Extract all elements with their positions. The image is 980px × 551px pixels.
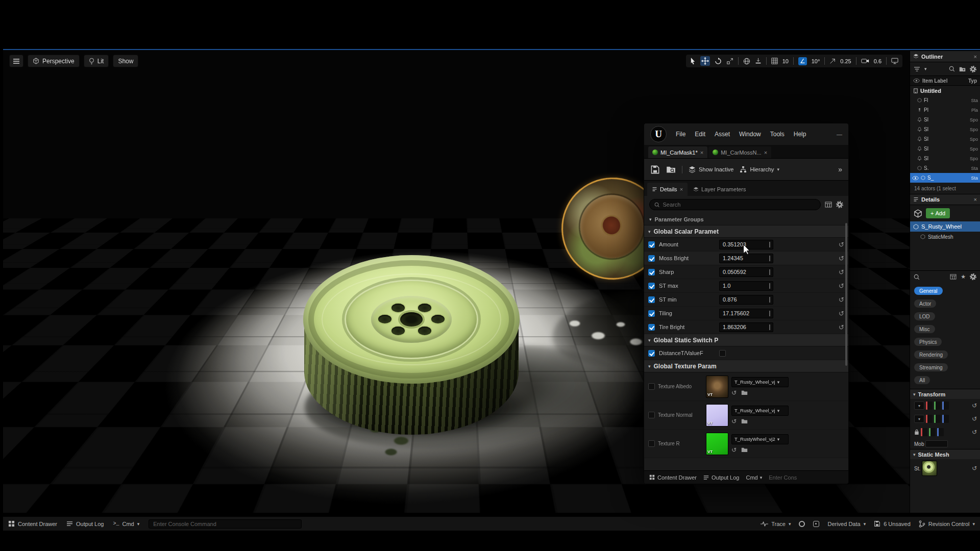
texture-thumbnail-normal[interactable]: VT: [706, 404, 728, 427]
outliner-row[interactable]: S. Sta: [910, 163, 980, 173]
scale-tool-button[interactable]: [726, 58, 733, 65]
filter-chip-all[interactable]: All: [914, 376, 930, 384]
scale-z-field[interactable]: [937, 428, 944, 436]
menu-asset[interactable]: Asset: [715, 131, 730, 138]
trace-button[interactable]: Trace ▾: [761, 521, 791, 527]
asset-tab-inactive[interactable]: MI_CarMossN... ×: [708, 146, 771, 158]
hierarchy-button[interactable]: Hierarchy ▾: [740, 166, 779, 173]
browse-asset-icon[interactable]: [741, 418, 748, 424]
scale-x-field[interactable]: [921, 428, 927, 436]
param-value-field[interactable]: 0.876: [719, 295, 773, 305]
texture-thumbnail-albedo[interactable]: VT: [706, 375, 728, 398]
output-log-button[interactable]: Output Log: [703, 474, 739, 481]
close-icon[interactable]: ×: [764, 149, 767, 156]
lit-mode-button[interactable]: Lit: [84, 55, 109, 67]
use-selected-asset-icon[interactable]: ↺: [731, 418, 737, 425]
rotation-dropdown[interactable]: ▾: [914, 415, 924, 423]
filter-chip-general[interactable]: General: [914, 287, 943, 295]
scale-snap-value[interactable]: 0.25: [840, 58, 851, 64]
close-icon[interactable]: ×: [974, 196, 977, 203]
viewport-options-button[interactable]: [9, 55, 23, 67]
maximize-viewport-button[interactable]: [891, 58, 898, 64]
save-icon[interactable]: [650, 165, 660, 174]
menu-file[interactable]: File: [676, 131, 685, 138]
move-tool-button[interactable]: [700, 56, 710, 66]
revision-control-button[interactable]: Revision Control ▾: [919, 520, 975, 528]
rotation-y-field[interactable]: [934, 415, 941, 423]
reset-to-default-icon[interactable]: ↺: [839, 296, 844, 304]
reset-to-default-icon[interactable]: ↺: [839, 241, 844, 248]
scrollbar-thumb[interactable]: [845, 223, 847, 366]
toolbar-overflow-icon[interactable]: »: [838, 165, 842, 173]
perspective-button[interactable]: Perspective: [28, 55, 80, 67]
window-title-bar[interactable]: U File Edit Asset Window Tools Help —: [644, 123, 848, 145]
selected-actor-row[interactable]: S_Rusty_Wheel: [910, 221, 980, 232]
cmd-button[interactable]: Cmd ▾: [746, 474, 762, 481]
console-command-input[interactable]: Enter Console Command: [149, 519, 302, 529]
outliner-row[interactable]: Sl Spo: [910, 144, 980, 154]
scalar-group-header[interactable]: ▾ Global Scalar Paramet: [644, 226, 848, 238]
param-value-field[interactable]: 17.175602: [719, 309, 773, 318]
content-drawer-button[interactable]: Content Drawer: [649, 474, 697, 481]
param-value-field[interactable]: 1.0: [719, 281, 773, 291]
override-checkbox[interactable]: [648, 383, 655, 390]
texture-thumbnail-mask[interactable]: VT: [706, 433, 728, 455]
transform-section-header[interactable]: ▾ Transform: [910, 389, 980, 399]
column-type[interactable]: Typ: [968, 78, 977, 84]
switch-group-header[interactable]: ▾ Global Static Switch P: [644, 334, 848, 346]
outliner-row[interactable]: Pl Pla: [910, 105, 980, 115]
eye-icon[interactable]: [912, 176, 919, 180]
override-checkbox[interactable]: [648, 241, 655, 248]
search-input[interactable]: [663, 202, 816, 208]
scale-snapping-button[interactable]: [829, 58, 836, 64]
reset-to-default-icon[interactable]: ↺: [839, 310, 844, 317]
reset-icon[interactable]: ↺: [972, 465, 977, 472]
search-icon[interactable]: [949, 66, 955, 72]
minimize-icon[interactable]: —: [837, 131, 842, 137]
gear-icon[interactable]: [836, 201, 843, 208]
scale-y-field[interactable]: [929, 428, 936, 436]
reset-icon[interactable]: ↺: [972, 429, 977, 436]
capture-icon[interactable]: [813, 521, 819, 527]
add-component-button[interactable]: + Add: [926, 208, 950, 218]
rotation-x-field[interactable]: [926, 415, 933, 423]
filter-chip-misc[interactable]: Misc: [914, 325, 935, 333]
show-flags-button[interactable]: Show: [113, 55, 138, 67]
camera-speed-button[interactable]: [861, 58, 869, 64]
param-value-field[interactable]: 0.050592: [719, 267, 773, 277]
outliner-row[interactable]: Sl Spo: [910, 154, 980, 163]
override-checkbox[interactable]: [648, 310, 655, 317]
filter-chip-rendering[interactable]: Rendering: [914, 350, 948, 359]
output-log-button[interactable]: Output Log: [66, 521, 104, 527]
details-panel-tab[interactable]: Details ×: [647, 183, 688, 196]
close-icon[interactable]: ×: [974, 54, 977, 60]
console-command-input[interactable]: Enter Cons: [769, 474, 797, 481]
outliner-row[interactable]: Sl Spo: [910, 124, 980, 134]
layer-parameters-tab[interactable]: Layer Parameters: [689, 183, 750, 196]
override-checkbox[interactable]: [648, 283, 655, 289]
browse-asset-icon[interactable]: [741, 447, 748, 453]
override-checkbox[interactable]: [648, 412, 655, 418]
outliner-row-selected[interactable]: S_ Sta: [910, 173, 980, 183]
override-checkbox[interactable]: [648, 350, 655, 357]
asset-dropdown[interactable]: T_Rusty_Wheel_vj ▾: [731, 377, 789, 387]
show-inactive-button[interactable]: Show Inactive: [689, 166, 733, 173]
location-dropdown[interactable]: ▾: [914, 402, 924, 410]
reset-to-default-icon[interactable]: ↺: [839, 282, 844, 290]
filter-chip-lod[interactable]: LOD: [914, 312, 935, 320]
gear-icon[interactable]: [970, 66, 976, 72]
world-local-toggle[interactable]: [743, 58, 750, 65]
rotate-tool-button[interactable]: [715, 58, 722, 65]
cmd-button[interactable]: >_ Cmd ▾: [113, 521, 139, 527]
use-selected-asset-icon[interactable]: ↺: [731, 446, 737, 454]
menu-tools[interactable]: Tools: [770, 131, 785, 138]
component-row[interactable]: StaticMesh: [910, 232, 980, 242]
location-y-field[interactable]: [934, 402, 941, 410]
reset-icon[interactable]: ↺: [972, 402, 977, 409]
asset-tab-active[interactable]: MI_CarMask1* ×: [648, 146, 707, 158]
location-z-field[interactable]: [942, 402, 949, 410]
mobility-field[interactable]: [925, 440, 948, 447]
search-icon[interactable]: [914, 274, 920, 280]
menu-window[interactable]: Window: [739, 131, 761, 138]
asset-dropdown[interactable]: T_Rusty_Wheel_vj ▾: [731, 406, 789, 416]
